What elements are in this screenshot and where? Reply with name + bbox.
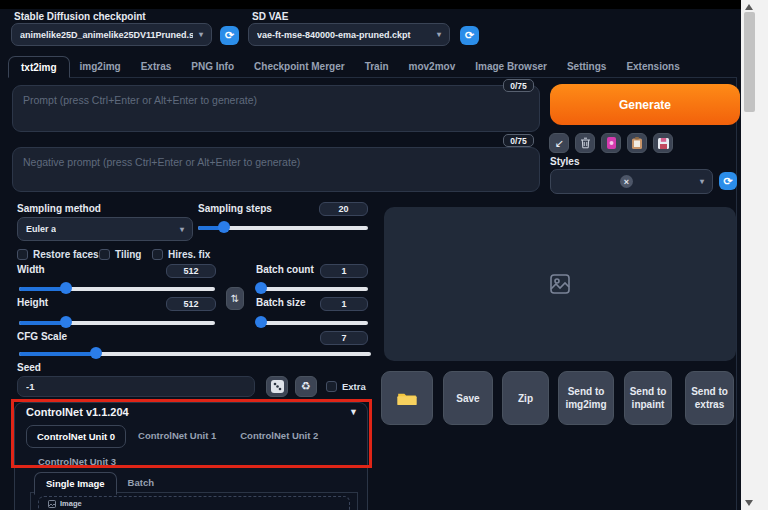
main-tabbar: txt2img img2img Extras PNG Info Checkpoi… <box>8 56 690 78</box>
batch-count-slider[interactable] <box>258 282 368 294</box>
slider-thumb[interactable] <box>90 347 102 359</box>
scroll-down-arrow-icon[interactable] <box>745 500 753 506</box>
cfg-scale-slider[interactable] <box>19 347 371 359</box>
prompt-input[interactable] <box>12 85 540 132</box>
swap-dimensions-button[interactable]: ⇅ <box>226 287 244 310</box>
slider-thumb[interactable] <box>218 221 230 233</box>
tiling-label: Tiling <box>115 249 141 260</box>
height-value[interactable]: 512 <box>166 297 216 311</box>
seed-extra-checkbox[interactable] <box>326 381 337 392</box>
image-drop-area[interactable] <box>38 496 350 510</box>
open-folder-button[interactable] <box>381 371 433 425</box>
dice-icon <box>271 380 284 393</box>
cfg-scale-label: CFG Scale <box>17 331 67 342</box>
tiling-checkbox[interactable] <box>99 249 110 260</box>
clear-styles-icon[interactable]: × <box>620 175 633 188</box>
tab-img2img[interactable]: img2img <box>70 56 131 78</box>
refresh-icon: ⟳ <box>225 29 234 42</box>
controlnet-inner-border-right <box>357 492 358 510</box>
output-preview-panel <box>384 207 736 361</box>
random-seed-button[interactable] <box>266 376 288 397</box>
tab-controlnet-unit-1[interactable]: ControlNet Unit 1 <box>126 425 228 448</box>
image-area-label: Image <box>48 499 82 508</box>
batch-count-label: Batch count <box>256 264 314 275</box>
width-slider[interactable] <box>19 282 215 294</box>
tab-image-browser[interactable]: Image Browser <box>465 56 557 78</box>
save-button[interactable]: Save <box>443 371 493 425</box>
height-slider[interactable] <box>19 316 215 328</box>
tab-png-info[interactable]: PNG Info <box>181 56 244 78</box>
styles-refresh-button[interactable]: ⟳ <box>719 172 737 190</box>
slider-thumb[interactable] <box>255 316 267 328</box>
clear-prompt-button[interactable] <box>575 133 595 153</box>
seed-extra-label: Extra <box>342 381 366 392</box>
send-to-inpaint-button[interactable]: Send to inpaint <box>624 371 672 425</box>
collapse-arrow-icon[interactable]: ▼ <box>349 407 358 417</box>
controlnet-unit-tabs: ControlNet Unit 0 ControlNet Unit 1 Cont… <box>26 425 336 472</box>
batch-count-value[interactable]: 1 <box>320 264 368 278</box>
save-style-button[interactable] <box>653 133 673 153</box>
negative-prompt-token-counter: 0/75 <box>503 134 534 147</box>
hires-fix-checkbox[interactable] <box>152 249 163 260</box>
floppy-disk-icon <box>658 138 669 149</box>
controlnet-input-tabs: Single Image Batch <box>34 472 165 495</box>
controlnet-title[interactable]: ControlNet v1.1.204 <box>26 406 129 418</box>
styles-dropdown[interactable]: × ▾ <box>550 169 713 194</box>
chevron-down-icon: ▾ <box>431 30 441 39</box>
batch-size-slider[interactable] <box>258 316 368 328</box>
sampling-steps-slider[interactable] <box>198 221 368 233</box>
tab-controlnet-unit-0[interactable]: ControlNet Unit 0 <box>26 425 126 448</box>
send-to-extras-button[interactable]: Send to extras <box>685 371 734 425</box>
apply-styles-button[interactable] <box>627 133 647 153</box>
app-window: Stable Diffusion checkpoint animelike25D… <box>0 0 768 510</box>
scrollbar-thumb[interactable] <box>744 12 755 112</box>
reuse-seed-button[interactable]: ♻ <box>295 376 317 397</box>
sampling-method-label: Sampling method <box>17 203 101 214</box>
sampling-method-dropdown[interactable]: Euler a ▾ <box>17 217 193 241</box>
tab-batch[interactable]: Batch <box>117 472 165 495</box>
checkpoint-value: animelike25D_animelike25DV11Pruned.safet… <box>20 30 193 40</box>
slider-thumb[interactable] <box>60 282 72 294</box>
tab-extensions[interactable]: Extensions <box>616 56 689 78</box>
tab-checkpoint-merger[interactable]: Checkpoint Merger <box>244 56 355 78</box>
refresh-icon: ⟳ <box>723 175 732 188</box>
cfg-scale-value[interactable]: 7 <box>320 331 368 345</box>
negative-prompt-input[interactable] <box>12 147 540 192</box>
scroll-up-arrow-icon[interactable] <box>745 4 753 10</box>
checkpoint-refresh-button[interactable]: ⟳ <box>220 26 239 45</box>
chevron-down-icon: ▾ <box>193 30 203 39</box>
sampling-steps-value[interactable]: 20 <box>319 202 368 216</box>
width-label: Width <box>17 264 45 275</box>
read-params-button[interactable]: ↙ <box>549 133 569 153</box>
seed-input[interactable] <box>17 376 255 397</box>
tab-mov2mov[interactable]: mov2mov <box>399 56 466 78</box>
width-value[interactable]: 512 <box>166 264 216 278</box>
slider-thumb[interactable] <box>60 316 72 328</box>
tab-single-image[interactable]: Single Image <box>34 472 117 495</box>
zip-button[interactable]: Zip <box>502 371 549 425</box>
tab-controlnet-unit-2[interactable]: ControlNet Unit 2 <box>228 425 330 448</box>
tab-extras[interactable]: Extras <box>131 56 182 78</box>
vae-value: vae-ft-mse-840000-ema-pruned.ckpt <box>257 30 411 40</box>
window-top-edge <box>0 0 741 9</box>
send-to-img2img-button[interactable]: Send to img2img <box>558 371 614 425</box>
vae-dropdown[interactable]: vae-ft-mse-840000-ema-pruned.ckpt ▾ <box>248 23 450 46</box>
checkpoint-dropdown[interactable]: animelike25D_animelike25DV11Pruned.safet… <box>11 23 212 46</box>
controlnet-inner-border-left <box>30 492 31 510</box>
tab-settings[interactable]: Settings <box>557 56 616 78</box>
flower-card-icon <box>607 137 616 149</box>
slider-thumb[interactable] <box>255 282 267 294</box>
extra-networks-button[interactable] <box>601 133 621 153</box>
arrow-down-left-icon: ↙ <box>554 137 563 150</box>
image-icon <box>48 500 56 508</box>
scrollbar[interactable] <box>741 0 768 510</box>
tab-txt2img[interactable]: txt2img <box>8 56 70 78</box>
batch-size-value[interactable]: 1 <box>320 297 368 311</box>
tab-train[interactable]: Train <box>355 56 399 78</box>
folder-icon <box>397 391 417 406</box>
generate-button[interactable]: Generate <box>550 84 740 125</box>
chevron-down-icon: ▾ <box>694 177 704 186</box>
tab-controlnet-unit-3[interactable]: ControlNet Unit 3 <box>26 451 128 472</box>
restore-faces-checkbox[interactable] <box>17 249 28 260</box>
vae-refresh-button[interactable]: ⟳ <box>460 26 479 45</box>
